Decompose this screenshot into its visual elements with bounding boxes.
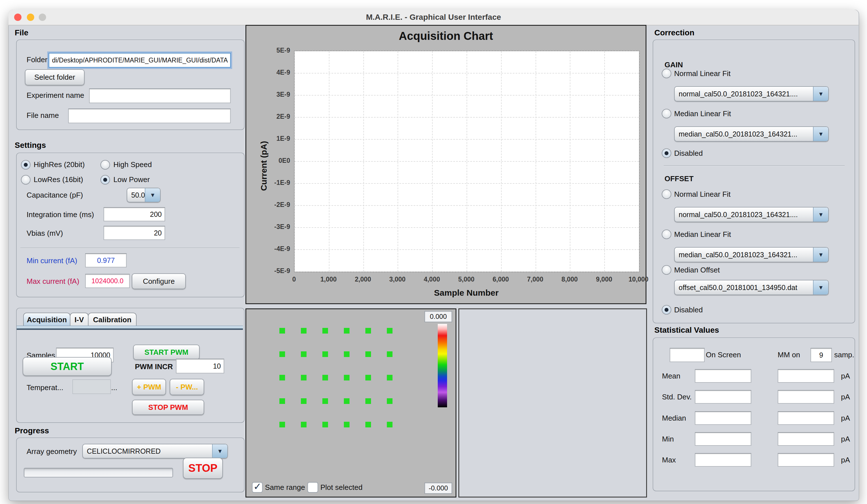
vbias-input[interactable]: 20 [104,226,165,240]
mm-samples-input[interactable]: 9 [811,348,832,362]
offset-median-fit-radio[interactable] [662,229,671,239]
tab-calibration[interactable]: Calibration [88,313,137,326]
heatmap-cell[interactable] [365,328,371,334]
highspeed-radio[interactable] [100,160,110,170]
gain-median-file-dropdown[interactable]: median_cal50.0_20181023_164321... ▼ [674,126,829,142]
capacitance-dropdown[interactable]: 50.0 ▼ [127,188,161,202]
window-title: M.A.R.I.E. - Graphical User Interface [9,10,858,25]
array-geometry-dropdown[interactable]: CELICLOCMIRRORED ▼ [82,444,228,459]
stat-mm-field[interactable] [778,411,834,425]
heatmap-cell[interactable] [387,398,393,404]
stat-mm-field[interactable] [778,432,834,446]
chevron-down-icon: ▼ [813,280,828,294]
plot-selected-checkbox[interactable] [307,482,318,493]
y-tick-label: 1E-9 [255,135,290,142]
plus-pwm-button[interactable]: + PWM [132,379,166,395]
start-button[interactable]: START [23,357,112,376]
tab-iv[interactable]: I-V [70,313,88,326]
heatmap-cell[interactable] [344,328,350,334]
on-screen-input[interactable] [670,348,705,362]
correction-panel-title: Correction [654,28,695,37]
minus-pwm-button[interactable]: - PW... [170,379,204,395]
offset-median-file-dropdown[interactable]: median_cal50.0_20181023_164321... ▼ [674,247,829,262]
x-tick-label: 2,000 [346,276,380,283]
x-tick-label: 0 [277,276,311,283]
heatmap-cell[interactable] [279,422,285,427]
pwm-incr-input[interactable]: 10 [176,359,224,373]
gain-normal-fit-label: Normal Linear Fit [674,69,730,78]
median-offset-radio[interactable] [662,265,671,275]
heatmap-cell[interactable] [365,398,371,404]
heatmap-cell[interactable] [301,375,307,380]
highres-radio[interactable] [21,160,31,170]
heatmap-cell[interactable] [344,398,350,404]
chevron-down-icon: ▼ [813,248,828,262]
stop-pwm-button[interactable]: STOP PWM [132,400,204,415]
experiment-name-input[interactable] [89,88,231,103]
heatmap-cell[interactable] [365,375,371,380]
integration-label: Integration time (ms) [26,210,94,219]
heatmap-cell[interactable] [387,375,393,380]
folder-input[interactable]: di/Desktop/APHRODITE/MARIE_GUI/MARIE_GUI… [49,53,231,67]
stat-mm-field[interactable] [778,390,834,404]
gain-disabled-radio[interactable] [662,148,671,158]
stat-onscreen-field[interactable] [695,369,751,383]
heatmap-cell[interactable] [344,422,350,427]
offset-normal-fit-radio[interactable] [662,190,671,199]
stat-onscreen-field[interactable] [695,390,751,404]
heatmap-cell[interactable] [279,328,285,334]
heatmap-cell[interactable] [322,398,328,404]
heatmap-cell[interactable] [387,351,393,357]
configure-button[interactable]: Configure [132,274,186,289]
tab-acquisition[interactable]: Acquisition [23,313,71,326]
heatmap-cell[interactable] [365,422,371,427]
offset-disabled-radio[interactable] [662,305,671,314]
stat-mm-field[interactable] [778,453,834,467]
stat-onscreen-field[interactable] [695,432,751,446]
heatmap-cell[interactable] [301,398,307,404]
median-offset-file-dropdown[interactable]: offset_cal50.0_20181001_134950.dat ▼ [674,280,829,295]
stat-row-label: Mean [662,372,681,380]
heatmap-cell[interactable] [301,328,307,334]
heatmap-cell[interactable] [387,422,393,427]
heatmap-cell[interactable] [365,351,371,357]
chart-x-axis-label: Sample Number [294,288,639,298]
stat-mm-field[interactable] [778,369,834,383]
heatmap-cell[interactable] [322,328,328,334]
gain-normal-fit-radio[interactable] [662,69,671,78]
stat-row-label: Max [662,455,676,464]
same-range-checkbox[interactable] [252,482,263,493]
lowpower-radio[interactable] [100,175,110,185]
heatmap-panel: 0.000 -0.000 Same range Plot selected [245,308,457,497]
heatmap-cell[interactable] [387,328,393,334]
plot-selected-label: Plot selected [320,483,363,492]
stat-onscreen-field[interactable] [695,453,751,467]
start-pwm-button[interactable]: START PWM [133,345,200,360]
stat-onscreen-field[interactable] [695,411,751,425]
stop-button[interactable]: STOP [183,458,223,479]
gridline [432,51,433,272]
offset-normal-file-value: normal_cal50.0_20181023_164321.... [675,211,813,219]
heatmap-cell[interactable] [344,351,350,357]
heatmap-cell[interactable] [279,398,285,404]
heatmap-cell[interactable] [322,375,328,380]
y-tick-label: 5E-9 [255,47,290,54]
gain-median-fit-radio[interactable] [662,109,671,118]
gain-normal-file-dropdown[interactable]: normal_cal50.0_20181023_164321.... ▼ [674,86,829,101]
heatmap-cell[interactable] [322,351,328,357]
select-folder-button[interactable]: Select folder [25,69,85,85]
heatmap-cell[interactable] [279,351,285,357]
heatmap-cell[interactable] [344,375,350,380]
heatmap-cell[interactable] [301,422,307,427]
file-name-input[interactable] [68,109,231,123]
offset-normal-file-dropdown[interactable]: normal_cal50.0_20181023_164321.... ▼ [674,207,829,222]
correction-panel: GAIN Normal Linear Fit normal_cal50.0_20… [653,40,855,323]
heatmap-cell[interactable] [322,422,328,427]
heatmap-cell[interactable] [301,351,307,357]
gridline [639,51,639,272]
heatmap-cell[interactable] [279,375,285,380]
integration-input[interactable]: 200 [104,207,165,221]
lowres-radio[interactable] [21,175,31,185]
min-current-input[interactable]: 0.977 [85,253,127,267]
max-current-input[interactable]: 1024000.0 [85,274,130,288]
